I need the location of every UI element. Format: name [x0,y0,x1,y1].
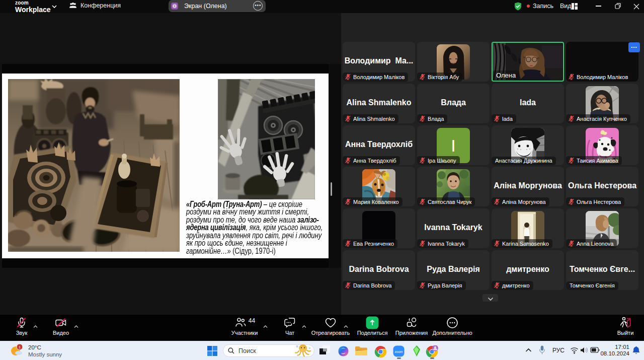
svg-text:1: 1 [19,345,21,349]
svg-text:zoom: zoom [395,350,403,353]
